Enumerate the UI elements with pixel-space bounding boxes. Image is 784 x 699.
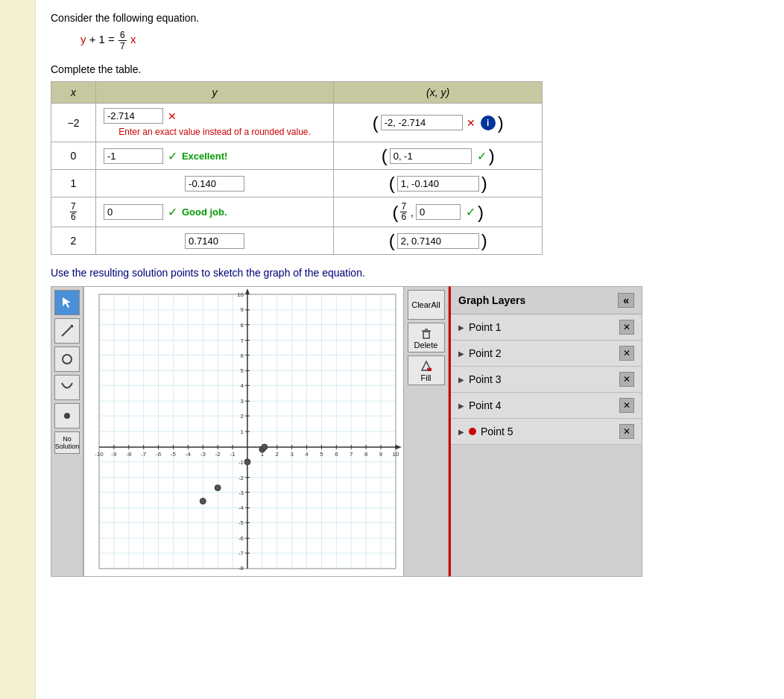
svg-rect-124 xyxy=(423,332,429,338)
cell-xy-1: ( ✕ i ) xyxy=(334,104,543,142)
svg-text:7: 7 xyxy=(350,451,353,458)
point-tool[interactable] xyxy=(54,403,80,428)
xy-input-1[interactable] xyxy=(381,115,463,130)
layer-item-5[interactable]: ▶ Point 5 ✕ xyxy=(451,419,642,445)
line-tool[interactable] xyxy=(54,318,80,344)
eq-var-x: x xyxy=(130,33,136,45)
layer-item-4[interactable]: ▶ Point 4 ✕ xyxy=(451,393,642,419)
equation-display: y + 1 = 6 7 x xyxy=(80,30,769,51)
xy-input-4[interactable] xyxy=(416,204,461,220)
error-msg-1: Enter an exact value instead of a rounde… xyxy=(104,127,326,137)
svg-text:-2: -2 xyxy=(238,475,244,481)
equation-fraction: 6 7 xyxy=(118,30,127,51)
xy-input-3[interactable] xyxy=(397,176,479,192)
info-icon-1[interactable]: i xyxy=(481,116,496,130)
svg-text:3: 3 xyxy=(241,399,244,405)
layer-item-2[interactable]: ▶ Point 2 ✕ xyxy=(451,341,642,367)
delete-button[interactable]: Delete xyxy=(408,323,445,352)
xy-frac-4: 7 6 xyxy=(400,202,407,222)
svg-text:-9: -9 xyxy=(111,451,117,458)
y-input-1[interactable] xyxy=(104,108,163,124)
layer-close-1[interactable]: ✕ xyxy=(619,320,634,335)
graph-canvas[interactable]: -10 -9 -8 -7 -6 -5 -4 -3 -2 -1 1 2 3 4 xyxy=(83,286,404,577)
table-row: 1 ( ) xyxy=(51,170,543,197)
graph-instruction: Use the resulting solution points to ske… xyxy=(51,267,769,279)
svg-marker-50 xyxy=(245,288,250,294)
svg-text:6: 6 xyxy=(335,451,338,458)
cell-y-2: ✓ Excellent! xyxy=(95,142,333,170)
cursor-tool[interactable] xyxy=(54,290,80,315)
cell-x-1: −2 xyxy=(51,104,96,142)
svg-text:5: 5 xyxy=(241,368,244,375)
layers-title: Graph Layers xyxy=(458,294,525,306)
col-header-y: y xyxy=(95,82,333,104)
circle-tool[interactable] xyxy=(54,347,80,372)
table-row: 7 6 ✓ Good job. ( xyxy=(51,197,543,227)
svg-text:-2: -2 xyxy=(215,451,221,458)
xy-input-2[interactable] xyxy=(390,148,472,164)
svg-text:-4: -4 xyxy=(238,505,244,512)
graph-point-5 xyxy=(200,499,206,505)
cell-x-4: 7 6 xyxy=(51,197,96,227)
graph-point-2 xyxy=(244,459,250,465)
fill-icon xyxy=(419,358,434,373)
graph-point-4 xyxy=(262,444,268,450)
cell-x-2: 0 xyxy=(51,142,96,170)
layer-item-3[interactable]: ▶ Point 3 ✕ xyxy=(451,367,642,393)
clear-all-button[interactable]: ClearAll xyxy=(408,290,445,320)
cell-xy-2: ( ✓ ) xyxy=(334,142,543,170)
curve-tool[interactable] xyxy=(54,375,80,400)
svg-text:10: 10 xyxy=(393,451,399,458)
graph-point-1 xyxy=(215,485,221,491)
check-icon-2: ✓ xyxy=(168,149,177,163)
layer-arrow-5: ▶ xyxy=(458,428,464,436)
layer-close-2[interactable]: ✕ xyxy=(619,346,634,361)
svg-text:-10: -10 xyxy=(95,451,104,458)
svg-text:8: 8 xyxy=(364,451,368,458)
svg-text:2: 2 xyxy=(241,413,244,420)
layer-close-5[interactable]: ✕ xyxy=(619,424,634,439)
success-msg-2: Excellent! xyxy=(182,151,227,162)
cell-xy-4: ( 7 6 , ✓ ) xyxy=(334,197,543,227)
cell-y-4: ✓ Good job. xyxy=(95,197,333,227)
svg-text:9: 9 xyxy=(241,306,244,313)
svg-text:-8: -8 xyxy=(238,565,244,572)
graph-right-panel: ClearAll Delete Fill xyxy=(404,286,449,577)
y-input-3[interactable] xyxy=(185,176,244,192)
graph-svg: -10 -9 -8 -7 -6 -5 -4 -3 -2 -1 1 2 3 4 xyxy=(84,287,403,576)
layer-label-2: Point 2 xyxy=(469,347,502,359)
layers-collapse-button[interactable]: « xyxy=(618,293,634,308)
layer-arrow-4: ▶ xyxy=(458,402,464,410)
svg-point-3 xyxy=(63,355,72,364)
complete-text: Complete the table. xyxy=(51,63,769,75)
cell-y-5 xyxy=(95,227,333,255)
clear-all-label: ClearAll xyxy=(411,300,440,309)
col-header-x: x xyxy=(51,82,96,104)
fill-label: Fill xyxy=(420,373,431,382)
graph-wrapper: No Solution xyxy=(51,286,769,577)
y-input-4[interactable] xyxy=(104,204,163,220)
check-icon-4: ✓ xyxy=(168,205,177,219)
layer-label-1: Point 1 xyxy=(469,321,502,333)
main-table: x y (x, y) −2 ✕ Enter an exact value ins… xyxy=(51,81,543,255)
y-input-2[interactable] xyxy=(104,148,163,164)
layer-dot-5 xyxy=(469,428,476,435)
svg-text:-1: -1 xyxy=(230,451,236,458)
xy-input-5[interactable] xyxy=(397,233,479,249)
layer-item-1[interactable]: ▶ Point 1 ✕ xyxy=(451,314,642,341)
svg-text:-5: -5 xyxy=(238,520,244,527)
fill-button[interactable]: Fill xyxy=(408,355,445,385)
y-input-5[interactable] xyxy=(185,233,244,249)
layer-arrow-1: ▶ xyxy=(458,323,464,332)
cell-x-5: 2 xyxy=(51,227,96,255)
svg-text:5: 5 xyxy=(320,451,323,458)
layer-close-3[interactable]: ✕ xyxy=(619,372,634,387)
graph-toolbar: No Solution xyxy=(51,286,83,577)
table-row: 2 ( ) xyxy=(51,227,543,255)
layer-label-4: Point 4 xyxy=(469,399,502,411)
cell-y-1: ✕ Enter an exact value instead of a roun… xyxy=(95,104,333,142)
svg-point-4 xyxy=(64,413,70,419)
no-solution-tool[interactable]: No Solution xyxy=(54,431,80,454)
svg-text:7: 7 xyxy=(241,338,244,344)
layer-close-4[interactable]: ✕ xyxy=(619,398,634,413)
